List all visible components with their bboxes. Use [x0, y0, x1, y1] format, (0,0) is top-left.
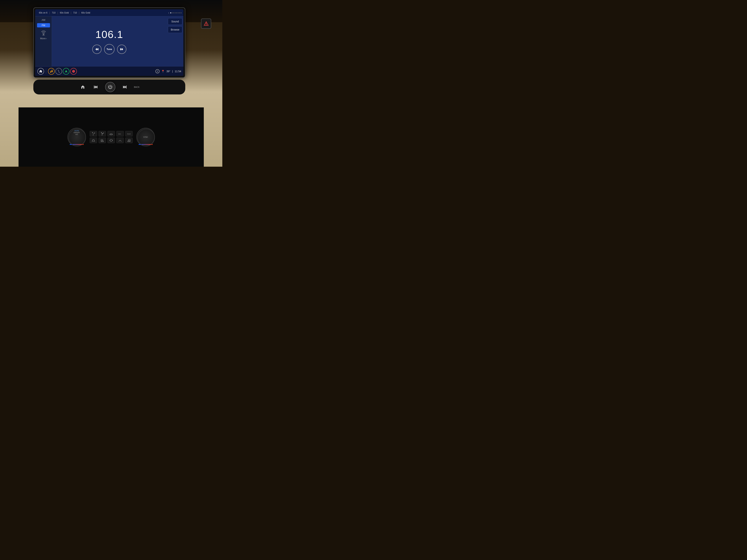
left-temp-dial[interactable]: AUTO ON/OFF A/C	[68, 128, 86, 146]
svg-line-33	[93, 140, 93, 140]
onstar-nav-button[interactable]	[70, 68, 77, 75]
svg-rect-41	[128, 141, 130, 142]
physical-next-button[interactable]	[121, 83, 128, 91]
marquee-item-1[interactable]: 60s on 6	[37, 11, 49, 14]
climate-buttons: MAX REAR	[90, 131, 133, 143]
svg-point-42	[138, 129, 155, 146]
time-display: 11:54	[175, 70, 181, 73]
defrost-rear-button[interactable]: REAR	[125, 131, 133, 136]
physical-prev-button[interactable]	[92, 83, 100, 91]
transport-controls: Tune	[92, 44, 126, 54]
defrost-max-button[interactable]: MAX	[117, 131, 124, 136]
heat-wiper-button[interactable]	[117, 138, 124, 143]
physical-power-button[interactable]	[105, 82, 115, 92]
svg-marker-18	[94, 85, 96, 88]
svg-rect-23	[126, 85, 127, 88]
marquee-dots	[170, 12, 182, 14]
browse-button[interactable]: Browse	[168, 26, 182, 33]
dot-7	[179, 12, 180, 14]
marquee-item-3[interactable]: 60s Gold	[58, 11, 71, 14]
fan-speed-low-button[interactable]	[90, 131, 97, 136]
nav-divider-1	[46, 69, 46, 74]
phone-nav-button[interactable]	[55, 68, 62, 75]
more-button[interactable]: More ›	[40, 37, 47, 40]
music-nav-button[interactable]	[48, 68, 55, 75]
svg-point-24	[69, 129, 86, 146]
defrost-front-button[interactable]	[107, 131, 115, 136]
right-sidebar: Sound Browse	[167, 16, 183, 66]
dashboard: 60s on 6 | 710 | 60s Gold | 710 | 60s Go…	[0, 0, 222, 167]
svg-rect-40	[128, 139, 130, 141]
navigation-nav-button[interactable]	[63, 68, 70, 75]
marquee-bar: 60s on 6 | 710 | 60s Gold | 710 | 60s Go…	[35, 9, 183, 16]
heat-seat-right-button[interactable]	[125, 138, 133, 143]
temperature-display: 39°	[166, 70, 170, 73]
svg-marker-17	[81, 85, 85, 89]
svg-marker-3	[96, 48, 97, 51]
marquee-item-2[interactable]: 710	[50, 11, 57, 14]
svg-marker-21	[125, 85, 126, 88]
svg-marker-6	[122, 48, 123, 51]
svg-marker-22	[123, 85, 125, 88]
nav-icons	[37, 68, 77, 75]
am-button[interactable]: AM	[37, 18, 50, 22]
fm-button[interactable]: FM	[37, 23, 50, 27]
satellite-radio-icon[interactable]	[39, 28, 48, 36]
status-bar: 2 📍 39° | 11:54	[155, 69, 181, 73]
svg-marker-4	[97, 48, 98, 51]
svg-point-16	[206, 24, 206, 25]
location-icon: 📍	[161, 70, 164, 73]
svg-marker-13	[65, 70, 68, 73]
dot-5	[176, 12, 177, 14]
screen-bezel: 60s on 6 | 710 | 60s Gold | 710 | 60s Go…	[33, 7, 185, 78]
marquee-item-4[interactable]: 710	[71, 11, 79, 14]
svg-marker-19	[96, 85, 98, 88]
physical-home-button[interactable]	[79, 83, 86, 91]
forward-button[interactable]	[117, 45, 126, 54]
marquee-item-5[interactable]: 60s Gold	[79, 11, 92, 14]
left-sidebar: AM FM More ›	[35, 16, 52, 66]
right-temp-dial[interactable]: SYNC	[136, 128, 155, 146]
bottom-nav: 2 📍 39° | 11:54	[35, 66, 183, 76]
climate-btn-row-1: MAX REAR	[90, 131, 133, 136]
home-nav-button[interactable]	[37, 68, 44, 75]
back-control: BACK	[134, 86, 139, 88]
svg-line-34	[94, 140, 94, 140]
fan-speed-high-button[interactable]	[99, 131, 106, 136]
svg-marker-5	[120, 48, 122, 51]
climate-area: AUTO ON/OFF A/C	[19, 107, 204, 167]
back-label: BACK	[134, 86, 139, 88]
dot-2	[172, 12, 173, 14]
recirculate-button[interactable]	[107, 138, 115, 143]
time-divider: |	[172, 70, 173, 73]
sound-button[interactable]: Sound	[168, 18, 182, 25]
dot-3	[173, 12, 174, 14]
ac-mode-button[interactable]	[90, 138, 97, 143]
dot-1	[170, 12, 171, 14]
svg-marker-7	[39, 70, 42, 73]
center-area: 106.1 Tune	[52, 16, 167, 66]
svg-text:REAR: REAR	[127, 133, 131, 135]
svg-rect-20	[94, 85, 95, 88]
status-circle: 2	[155, 69, 159, 73]
svg-rect-36	[101, 141, 104, 142]
heat-seat-left-button[interactable]	[99, 138, 106, 143]
tune-button[interactable]: Tune	[104, 44, 114, 54]
marquee-next-arrow[interactable]: ›	[168, 11, 169, 14]
rewind-button[interactable]	[92, 45, 102, 54]
dot-4	[175, 12, 176, 14]
main-content: AM FM More ›	[35, 16, 183, 66]
dot-8	[181, 12, 182, 14]
frequency-display: 106.1	[96, 28, 123, 41]
svg-text:MAX: MAX	[118, 133, 121, 135]
svg-line-12	[51, 70, 53, 70]
physical-controls: BACK	[33, 80, 185, 95]
svg-marker-38	[109, 140, 110, 141]
infotainment-screen: 60s on 6 | 710 | 60s Gold | 710 | 60s Go…	[35, 9, 183, 76]
svg-rect-35	[101, 139, 103, 141]
hazard-button[interactable]	[201, 19, 211, 29]
climate-btn-row-2	[90, 138, 133, 143]
svg-point-25	[102, 133, 103, 134]
dot-6	[178, 12, 179, 14]
